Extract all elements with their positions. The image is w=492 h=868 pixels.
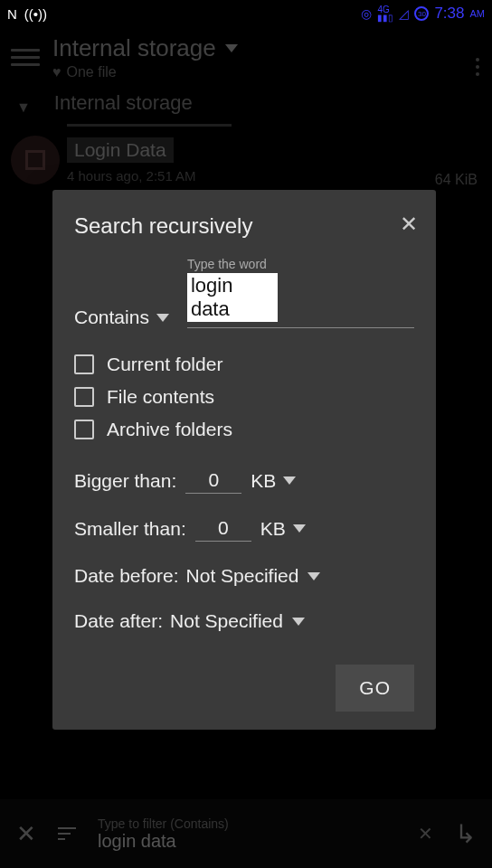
submit-filter-icon[interactable]: ↳ <box>455 819 476 849</box>
unit-label: KB <box>251 470 276 492</box>
search-mode-dropdown[interactable]: Contains <box>74 307 169 328</box>
filter-hint: Type to filter (Contains) <box>98 816 396 831</box>
status-ampm: AM <box>470 8 486 19</box>
overflow-menu-icon[interactable] <box>476 54 479 80</box>
bigger-than-input[interactable] <box>185 467 241 494</box>
check-label: Current folder <box>107 354 222 375</box>
dropdown-icon <box>292 618 305 626</box>
unit-label: KB <box>260 518 286 540</box>
checkbox-icon <box>74 420 94 439</box>
date-before-value: Not Specified <box>186 565 299 587</box>
signal-4g-icon: 4G▮▮▯ <box>377 5 393 22</box>
bottom-filter-bar: ✕ Type to filter (Contains) login data ✕… <box>0 799 492 868</box>
breadcrumb: ▼ Internal storage <box>0 84 492 124</box>
title-dropdown-icon[interactable] <box>225 44 238 52</box>
date-after-value: Not Specified <box>170 610 283 632</box>
wifi-calling-icon: ((•)) <box>24 6 47 22</box>
clear-filter-icon[interactable]: ✕ <box>418 823 433 844</box>
check-label: File contents <box>107 386 214 408</box>
filter-icon[interactable] <box>58 827 76 840</box>
battery-icon: 30 <box>414 6 429 21</box>
chevron-down-icon[interactable]: ▼ <box>16 99 31 116</box>
file-row[interactable]: Login Data 4 hours ago, 2:51 AM 64 KiB <box>0 127 492 184</box>
field-underline <box>187 327 414 328</box>
search-field[interactable]: Type the word login data <box>187 273 414 328</box>
dropdown-icon <box>308 572 320 580</box>
check-label: Archive folders <box>107 419 232 440</box>
date-after-label: Date after: <box>74 610 163 632</box>
date-before-label: Date before: <box>74 565 179 587</box>
bigger-than-label: Bigger than: <box>74 470 176 492</box>
app-header: Internal storage ♥ One file <box>0 27 492 84</box>
file-name: Login Data <box>67 137 174 163</box>
close-icon[interactable]: ✕ <box>400 212 418 237</box>
heart-icon: ♥ <box>52 64 62 80</box>
filter-input[interactable]: login data <box>98 831 396 852</box>
bigger-unit-dropdown[interactable]: KB <box>251 470 296 492</box>
dropdown-icon <box>283 476 296 485</box>
dialog-title: Search recursively <box>74 213 414 239</box>
close-filter-icon[interactable]: ✕ <box>16 820 36 848</box>
smaller-unit-dropdown[interactable]: KB <box>260 518 306 540</box>
smaller-than-label: Smaller than: <box>74 518 186 540</box>
go-button[interactable]: GO <box>336 665 414 712</box>
dropdown-icon <box>293 524 306 533</box>
file-type-icon <box>11 136 60 184</box>
file-meta: 4 hours ago, 2:51 AM <box>67 168 196 184</box>
status-bar: N ((•)) ◎ 4G▮▮▯ ◿ 30 7:38 AM <box>0 0 492 27</box>
checkbox-icon <box>74 354 94 374</box>
breadcrumb-path[interactable]: Internal storage <box>54 91 193 124</box>
status-left: N <box>7 6 17 22</box>
search-mode-label: Contains <box>74 307 149 328</box>
hamburger-icon[interactable] <box>11 43 40 72</box>
page-subtitle: One file <box>67 64 117 80</box>
date-before-dropdown[interactable]: Not Specified <box>186 565 321 587</box>
search-input[interactable]: login data <box>187 273 278 322</box>
file-size: 64 KiB <box>435 172 478 188</box>
check-file-contents[interactable]: File contents <box>74 386 414 408</box>
smaller-than-input[interactable] <box>195 515 251 542</box>
hotspot-icon: ◎ <box>361 6 372 21</box>
check-current-folder[interactable]: Current folder <box>74 354 414 375</box>
status-time: 7:38 <box>434 5 464 23</box>
date-after-dropdown[interactable]: Not Specified <box>170 610 305 632</box>
dropdown-icon <box>156 314 169 322</box>
search-field-hint: Type the word <box>187 257 267 271</box>
search-dialog: Search recursively ✕ Contains Type the w… <box>52 190 436 730</box>
check-archive-folders[interactable]: Archive folders <box>74 419 414 440</box>
page-title: Internal storage <box>52 34 216 62</box>
checkbox-icon <box>74 387 94 407</box>
signal-icon: ◿ <box>399 6 409 21</box>
